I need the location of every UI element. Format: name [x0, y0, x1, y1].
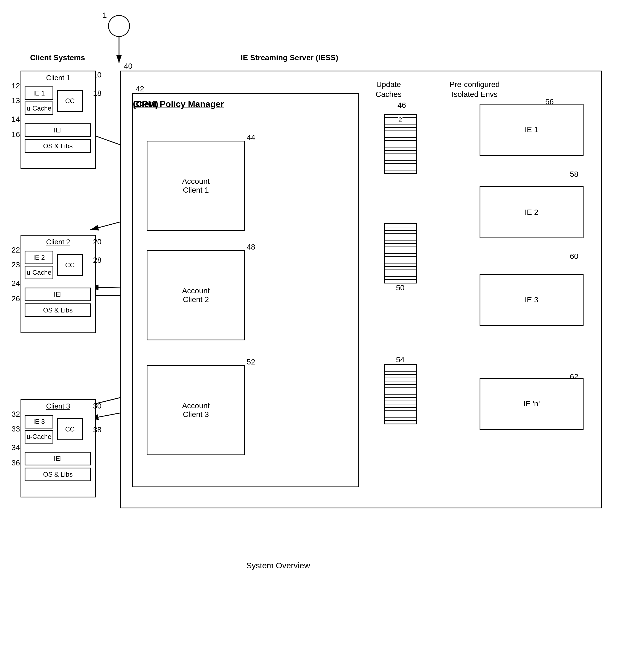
- ien-box: IE 'n': [480, 378, 584, 430]
- pre-configured-label: Pre-configured Isolated Envs: [449, 80, 500, 100]
- ref-18: 18: [93, 89, 102, 98]
- ref-16: 16: [11, 130, 20, 139]
- client1-title: Client 1: [21, 74, 95, 82]
- cpm-subtitle: (CPM): [133, 99, 158, 109]
- account-client-1-box: 44 Account Client 1: [146, 140, 245, 231]
- account-client-3-box: 52 Account Client 3: [146, 365, 245, 455]
- client3-ucache-box: u-Cache: [25, 430, 54, 444]
- ref-48: 48: [247, 243, 255, 252]
- client2-ucache-box: u-Cache: [25, 266, 54, 279]
- ref-28: 28: [93, 256, 102, 265]
- client1-iei-box: IEI: [25, 123, 91, 137]
- cpm-box: 42 Client Policy Manager (CPM) 44 Accoun…: [132, 93, 359, 487]
- ref-24: 24: [11, 279, 20, 288]
- diagram: 1 Client Systems IE Streaming Server (IE…: [0, 0, 618, 672]
- ie2-box: IE 2: [480, 186, 584, 238]
- ref-20: 20: [93, 237, 102, 246]
- ref-50: 50: [396, 283, 404, 292]
- ref-44: 44: [247, 133, 255, 142]
- ref-23: 23: [11, 261, 20, 269]
- client1-box: Client 1 IE 1 u-Cache CC IEI OS & Libs: [20, 71, 96, 169]
- client3-title: Client 3: [21, 402, 95, 410]
- update-cache-2: 50: [384, 223, 417, 283]
- ref-2: 2: [398, 116, 402, 124]
- ref-58: 58: [570, 170, 578, 179]
- ref-14: 14: [11, 115, 20, 124]
- client3-ie-box: IE 3: [25, 415, 54, 428]
- client2-iei-box: IEI: [25, 288, 91, 301]
- ref-52: 52: [247, 358, 255, 366]
- account-client-1-text: Account Client 1: [182, 177, 210, 195]
- account-client-2-text: Account Client 2: [182, 286, 210, 304]
- client3-os-box: OS & Libs: [25, 468, 91, 481]
- client1-os-box: OS & Libs: [25, 139, 91, 153]
- account-client-3-text: Account Client 3: [182, 401, 210, 419]
- client3-iei-box: IEI: [25, 452, 91, 465]
- update-caches-label: Update Caches: [376, 80, 402, 100]
- ref-1: 1: [103, 11, 107, 20]
- update-cache-3: 54: [384, 364, 417, 424]
- ref-26: 26: [11, 294, 20, 303]
- client-systems-label: Client Systems: [30, 54, 85, 62]
- account-client-2-box: 48 Account Client 2: [146, 250, 245, 341]
- client2-cc-box: CC: [57, 254, 83, 276]
- ref-33: 33: [11, 425, 20, 434]
- update-cache-1: 2: [384, 114, 417, 174]
- client3-box: Client 3 IE 3 u-Cache CC IEI OS & Libs: [20, 399, 96, 497]
- ref-54: 54: [396, 356, 404, 364]
- client2-title: Client 2: [21, 238, 95, 246]
- ref-13: 13: [11, 96, 20, 105]
- iess-label: IE Streaming Server (IESS): [241, 54, 338, 62]
- ref-36: 36: [11, 459, 20, 467]
- ref-38: 38: [93, 425, 102, 434]
- ref-12: 12: [11, 82, 20, 90]
- ref-30: 30: [93, 402, 102, 410]
- actor-circle: [108, 15, 130, 37]
- client2-os-box: OS & Libs: [25, 303, 91, 317]
- ref-34: 34: [11, 443, 20, 452]
- client2-box: Client 2 IE 2 u-Cache CC IEI OS & Libs: [20, 235, 96, 333]
- ref-46: 46: [398, 101, 406, 110]
- client2-ie-box: IE 2: [25, 251, 54, 264]
- ie1-box: IE 1: [480, 104, 584, 156]
- client1-ie-box: IE 1: [25, 86, 54, 100]
- ref-22: 22: [11, 246, 20, 255]
- client1-cc-box: CC: [57, 90, 83, 112]
- footer-label: System Overview: [246, 561, 310, 570]
- ie3-box: IE 3: [480, 274, 584, 326]
- client3-cc-box: CC: [57, 418, 83, 440]
- client1-ucache-box: u-Cache: [25, 101, 54, 115]
- ref-42: 42: [136, 85, 144, 93]
- ref-32: 32: [11, 410, 20, 419]
- ref-60: 60: [570, 252, 578, 261]
- ref-40: 40: [124, 62, 132, 71]
- iess-box: 40 42 Client Policy Manager (CPM) 44 Acc…: [120, 71, 602, 508]
